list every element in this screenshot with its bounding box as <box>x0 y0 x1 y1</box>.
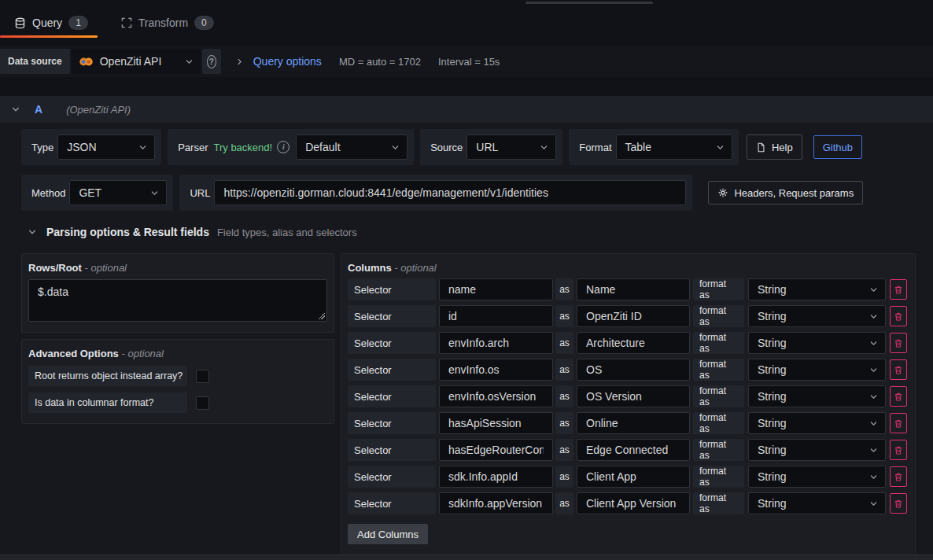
source-label: Source <box>426 142 466 153</box>
source-field-group: Source URL <box>420 129 562 165</box>
as-chip: as <box>555 466 573 488</box>
column-row: Selector as format as String <box>348 492 909 514</box>
database-icon <box>14 17 26 29</box>
selector-chip: Selector <box>348 412 436 434</box>
column-format-select[interactable]: String <box>748 385 886 407</box>
alias-input[interactable] <box>577 305 690 327</box>
advanced-option-label: Root returns object instead array? <box>28 366 187 386</box>
column-row: Selector as format as String <box>348 305 909 327</box>
format-as-chip: format as <box>693 359 744 381</box>
rows-root-input[interactable] <box>28 279 327 322</box>
query-editor-body: Type JSON Parser Try backend! i Default … <box>0 123 933 558</box>
alias-input[interactable] <box>577 412 690 434</box>
as-chip: as <box>555 492 573 514</box>
parser-backend-hint[interactable]: Try backend! <box>213 142 272 153</box>
delete-column-button[interactable] <box>890 386 907 407</box>
selector-input[interactable] <box>439 385 553 407</box>
add-columns-button[interactable]: Add Columns <box>348 524 428 544</box>
parsing-options-header[interactable]: Parsing options & Result fields Field ty… <box>21 226 916 238</box>
column-format-select[interactable]: String <box>748 359 886 381</box>
delete-column-button[interactable] <box>890 466 907 487</box>
advanced-option-checkbox[interactable] <box>196 370 209 383</box>
column-format-select[interactable]: String <box>748 492 886 514</box>
selector-input[interactable] <box>439 439 553 461</box>
pane-resize-handle[interactable] <box>526 2 653 4</box>
chevron-down-icon <box>869 446 878 455</box>
chevron-down-icon <box>540 143 548 152</box>
column-row: Selector as format as String <box>348 466 909 488</box>
alias-input[interactable] <box>577 466 690 488</box>
datasource-picker[interactable]: OpenZiti API <box>72 49 201 74</box>
selector-input[interactable] <box>439 305 553 327</box>
selector-chip: Selector <box>348 332 436 354</box>
chevron-down-icon <box>869 419 878 428</box>
as-chip: as <box>555 439 573 461</box>
delete-column-button[interactable] <box>890 306 907 326</box>
selector-input[interactable] <box>439 466 553 488</box>
column-format-select[interactable]: String <box>748 305 886 327</box>
alias-input[interactable] <box>577 359 690 381</box>
query-row-header[interactable]: A (OpenZiti API) <box>0 96 933 123</box>
type-select[interactable]: JSON <box>57 134 155 160</box>
delete-column-button[interactable] <box>890 440 907 460</box>
datasource-help-button[interactable]: ? <box>202 49 221 74</box>
selector-input[interactable] <box>439 492 553 514</box>
column-format-select[interactable]: String <box>748 412 886 434</box>
chevron-down-icon <box>869 339 878 348</box>
rows-root-label: Rows/Root - optional <box>28 262 327 274</box>
column-format-select[interactable]: String <box>748 439 886 461</box>
alias-input[interactable] <box>577 385 690 407</box>
chevron-down-icon <box>185 57 194 66</box>
format-as-chip: format as <box>693 492 744 514</box>
chevron-down-icon <box>869 312 878 321</box>
columns-panel: Columns - optional Selector as format as… <box>341 253 916 555</box>
tab-transform-label: Transform <box>138 17 188 29</box>
parsing-options-title: Parsing options & Result fields <box>46 226 209 238</box>
format-as-chip: format as <box>693 305 744 327</box>
headers-request-params-button[interactable]: Headers, Request params <box>708 181 863 204</box>
tab-query[interactable]: Query 1 <box>0 8 98 38</box>
chevron-down-icon <box>150 189 159 197</box>
chevron-down-icon <box>716 143 725 152</box>
transform-icon <box>121 17 132 28</box>
query-ref-id: A <box>35 103 42 116</box>
method-select[interactable]: GET <box>69 180 167 205</box>
info-circle-icon[interactable]: i <box>277 141 289 153</box>
query-url-row: Method GET URL Headers, Request params <box>21 175 916 211</box>
alias-input[interactable] <box>577 492 690 514</box>
advanced-option-checkbox[interactable] <box>196 396 209 410</box>
bottom-pane-divider[interactable] <box>0 554 933 560</box>
openziti-logo-icon <box>79 57 94 67</box>
query-options-toggle[interactable]: Query options <box>253 55 322 68</box>
advanced-options-label: Advanced Options - optional <box>28 348 327 359</box>
format-select[interactable]: Table <box>616 134 732 160</box>
url-input[interactable] <box>214 180 686 205</box>
selector-chip: Selector <box>348 466 436 488</box>
selector-input[interactable] <box>439 359 553 381</box>
alias-input[interactable] <box>577 278 690 300</box>
selector-input[interactable] <box>439 332 553 354</box>
rows-root-box: Rows/Root - optional <box>21 253 334 333</box>
column-format-select[interactable]: String <box>748 332 886 354</box>
parser-select[interactable]: Default <box>296 134 407 160</box>
selector-chip: Selector <box>348 439 436 461</box>
editor-tabbar: Query 1 Transform 0 <box>0 8 933 38</box>
column-row: Selector as format as String <box>348 412 909 434</box>
github-button[interactable]: Github <box>813 135 862 159</box>
column-format-select[interactable]: String <box>748 278 886 300</box>
alias-input[interactable] <box>577 439 690 461</box>
source-select[interactable]: URL <box>466 134 556 160</box>
delete-column-button[interactable] <box>890 333 907 353</box>
help-button[interactable]: Help <box>747 134 802 160</box>
delete-column-button[interactable] <box>890 493 907 514</box>
tab-transform-count-badge: 0 <box>194 16 214 30</box>
tab-transform[interactable]: Transform 0 <box>107 8 223 38</box>
delete-column-button[interactable] <box>890 413 907 433</box>
column-format-select[interactable]: String <box>748 466 886 488</box>
method-field-group: Method GET <box>21 175 173 211</box>
alias-input[interactable] <box>577 332 690 354</box>
delete-column-button[interactable] <box>890 359 907 380</box>
selector-input[interactable] <box>439 278 553 300</box>
delete-column-button[interactable] <box>890 279 907 300</box>
selector-input[interactable] <box>439 412 553 434</box>
